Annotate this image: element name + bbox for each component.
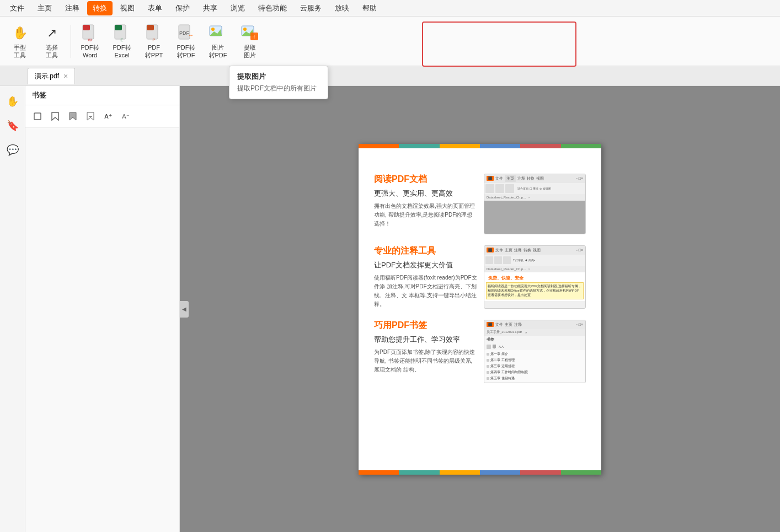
mini2-typewriter: T 打字机 <box>513 259 523 262</box>
tooltip-description: 提取PDF文档中的所有图片 <box>237 84 320 93</box>
pdf-section-1: 阅读PDF文档 更强大、更实用、更高效 拥有出色的文档渲染效果,强大的页面管理功… <box>374 174 586 234</box>
mini-filename-2: Datasheet_Reader_Ch.p... × <box>484 266 585 272</box>
mini-screen-2-titlebar: ⬛ 文件 主页 注释 转换 视图 －□× <box>484 246 585 255</box>
menu-item-features[interactable]: 特色功能 <box>253 1 292 15</box>
section1-title: 阅读PDF文档 <box>374 174 477 185</box>
image-to-pdf-button[interactable]: 图片转PDF <box>202 19 233 63</box>
svg-rect-7 <box>147 25 154 30</box>
sidebar-hand-icon: ✋ <box>7 95 19 108</box>
menu-item-protect[interactable]: 保护 <box>170 1 195 15</box>
menu-item-view[interactable]: 视图 <box>115 1 140 15</box>
bookmark-add-button[interactable] <box>30 109 45 124</box>
pdf-to-ppt-button[interactable]: P PDF转PPT <box>138 19 169 63</box>
sidebar-bookmark-icon-btn[interactable]: 🔖 <box>3 116 23 136</box>
tab-close-button[interactable]: × <box>63 72 68 80</box>
menu-item-slideshow[interactable]: 放映 <box>329 1 355 15</box>
menu-item-share[interactable]: 共享 <box>197 1 223 15</box>
pdf-page: 阅读PDF文档 更强大、更实用、更高效 拥有出色的文档渲染效果,强大的页面管理功… <box>359 144 601 475</box>
hand-tool-button[interactable]: ✋ 手型工具 <box>4 19 35 63</box>
pdf-section-2: 专业的注释工具 让PDF文档发挥更大价值 使用福昕PDF阅读器(foxit re… <box>374 245 586 309</box>
extract-images-button[interactable]: ↑ 提取图片 <box>234 19 265 63</box>
menu-item-form[interactable]: 表单 <box>142 1 168 15</box>
svg-point-16 <box>243 28 247 31</box>
mini2-tool3 <box>503 256 511 264</box>
pdf-convert-label: PDF转转PDF <box>177 44 195 58</box>
bookmark-panel: 书签 A⁺ A⁻ <box>25 86 180 532</box>
mini-titlebar-logo: ⬛ <box>487 176 494 181</box>
mini2-tool1 <box>485 256 493 264</box>
section3-title: 巧用PDF书签 <box>374 320 477 331</box>
mini2-home: 主页 <box>505 248 512 253</box>
menu-bar: 文件 主页 注释 转换 视图 表单 保护 共享 浏览 特色功能 云服务 放映 帮… <box>0 0 780 17</box>
mini-fit-label: 适合页面 <box>517 187 528 190</box>
menu-item-home[interactable]: 主页 <box>32 1 57 15</box>
bookmark-font-decrease[interactable]: A⁻ <box>118 109 133 124</box>
pdf-viewer[interactable]: 阅读PDF文档 更强大、更实用、更高效 拥有出色的文档渲染效果,强大的页面管理功… <box>180 86 780 532</box>
mini2-annotation: 注释 <box>514 248 522 253</box>
menu-item-cloud[interactable]: 云服务 <box>295 1 327 15</box>
menu-item-convert[interactable]: 转换 <box>87 1 113 15</box>
mini-bm-icon-2 <box>487 359 489 362</box>
mini-bm-item-1: 第一章 简介 <box>485 351 584 357</box>
color-strip-top <box>359 144 601 148</box>
svg-text:↑: ↑ <box>253 34 256 40</box>
mini2-close: × <box>528 267 530 271</box>
section1-text: 拥有出色的文档渲染效果,强大的页面管理功能, 帮助提升效率,是您阅读PDF的理想… <box>374 202 477 228</box>
mini3-bookmark-toolbar: A A <box>484 343 585 350</box>
mini3-file: 文件 <box>495 322 503 327</box>
mini3-home: 主页 <box>505 322 512 327</box>
bookmark-btn-3[interactable] <box>83 109 98 124</box>
pdf-to-word-icon: W <box>80 23 100 43</box>
menu-item-file[interactable]: 文件 <box>4 1 30 15</box>
mini-bm-icon-3 <box>487 365 489 368</box>
mini-tool-1 <box>485 184 494 193</box>
mini-tab-annotation: 注释 <box>517 176 525 181</box>
bottom-strip-orange <box>359 470 399 475</box>
bottom-strip-yellow <box>440 470 480 475</box>
hand-icon: ✋ <box>10 23 30 43</box>
strip-yellow <box>440 144 480 148</box>
sidebar-hand-icon-btn[interactable]: ✋ <box>3 92 23 111</box>
pdf-to-ppt-icon: P <box>144 23 164 43</box>
mini-bm-label-2: 第二章 工程管理 <box>490 358 515 363</box>
mini-tool-3 <box>505 184 514 193</box>
strip-teal <box>399 144 439 148</box>
mini3-bm-btn <box>487 345 491 349</box>
menu-item-help[interactable]: 帮助 <box>357 1 382 15</box>
strip-red <box>520 144 560 148</box>
pdf-section-3: 巧用PDF书签 帮助您提升工作、学习效率 为PDF页面添加书签,除了实现内容的快… <box>374 320 586 383</box>
sidebar-comment-icon-btn[interactable]: 💬 <box>3 140 23 160</box>
bottom-strip-green <box>561 470 601 475</box>
pdf-to-excel-button[interactable]: E PDF转Excel <box>106 19 137 63</box>
svg-marker-22 <box>70 112 76 120</box>
mini-tab-file: 文件 <box>495 176 503 181</box>
section2-subtitle: 让PDF文档发挥更大价值 <box>374 260 477 270</box>
strip-blue <box>480 144 520 148</box>
mini2-more: ◀ 高亮• <box>525 259 535 262</box>
pdf-convert-button[interactable]: PDF↔ PDF转转PDF <box>170 19 201 63</box>
mini-bm-item-3: 第三章 运用规程 <box>485 363 584 369</box>
strip-orange <box>359 144 399 148</box>
svg-text:W: W <box>88 37 92 42</box>
menu-item-browse[interactable]: 浏览 <box>225 1 250 15</box>
font-increase-icon: A⁺ <box>104 113 112 120</box>
sidebar-comment-icon: 💬 <box>7 144 19 156</box>
mini-toolbar-2: T 打字机 ◀ 高亮• <box>484 255 585 266</box>
mini-rotate-label: ⊘ 旋转图 <box>539 187 551 190</box>
document-tab[interactable]: 演示.pdf × <box>28 68 75 84</box>
mini-bm-label-4: 第四章 工作时间与勤制度 <box>490 370 528 375</box>
mini2-annotation-text: 福昕阅读器是一款功能完善大PDF文档阅读利器,选择福昕专属，精彩阅读未来和Off… <box>486 282 584 299</box>
mini2-view: 视图 <box>533 248 541 253</box>
mini-window-controls: －□× <box>575 176 583 181</box>
extract-images-icon: ↑ <box>240 23 260 43</box>
bookmark-btn-2[interactable] <box>65 109 81 124</box>
bookmark-btn-1[interactable] <box>47 109 63 124</box>
mini-tool-2 <box>495 184 504 193</box>
pdf-to-word-button[interactable]: W PDF转Word <box>74 19 105 63</box>
collapse-panel-button[interactable]: ◀ <box>180 301 189 318</box>
bookmark-font-increase[interactable]: A⁺ <box>100 109 116 124</box>
select-tool-button[interactable]: ↗ 选择工具 <box>36 19 67 63</box>
menu-item-annotation[interactable]: 注释 <box>60 1 85 15</box>
image-to-pdf-label: 图片转PDF <box>209 44 227 58</box>
bookmark-panel-header: 书签 <box>25 86 179 105</box>
